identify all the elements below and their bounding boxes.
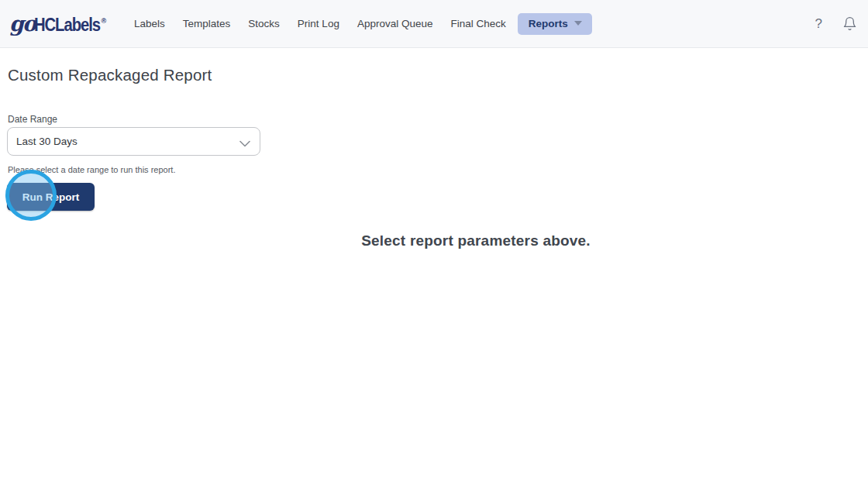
notification-bell-icon[interactable] [842, 15, 857, 32]
date-range-helper-text: Please select a date range to run this r… [8, 165, 175, 174]
nav-item-print-log[interactable]: Print Log [298, 18, 339, 29]
chevron-down-icon [574, 21, 582, 26]
nav-item-reports[interactable]: Reports [518, 13, 592, 35]
top-nav-bar: goHCLabels® Labels Templates Stocks Prin… [0, 0, 868, 48]
logo-script-text: go [9, 12, 35, 36]
run-report-button[interactable]: Run Report [7, 183, 95, 211]
chevron-down-icon [239, 138, 250, 145]
nav-item-templates[interactable]: Templates [183, 18, 231, 29]
date-range-select[interactable]: Last 30 Days [7, 127, 260, 156]
nav-item-approval-queue[interactable]: Approval Queue [357, 18, 433, 29]
nav-item-labels[interactable]: Labels [134, 18, 165, 29]
date-range-selected-value: Last 30 Days [16, 136, 78, 147]
logo-registered-mark: ® [101, 17, 106, 25]
logo-main-text: HCLabels [34, 15, 100, 36]
nav-item-reports-label: Reports [529, 18, 568, 29]
date-range-label: Date Range [8, 114, 57, 125]
main-nav: Labels Templates Stocks Print Log Approv… [134, 13, 592, 35]
app-logo[interactable]: goHCLabels® [9, 12, 114, 36]
empty-state-message: Select report parameters above. [84, 232, 868, 249]
nav-item-final-check[interactable]: Final Check [450, 18, 505, 29]
header-actions: ? [815, 15, 857, 32]
page-title: Custom Repackaged Report [8, 66, 212, 84]
help-icon[interactable]: ? [815, 17, 822, 30]
nav-item-stocks[interactable]: Stocks [248, 18, 280, 29]
